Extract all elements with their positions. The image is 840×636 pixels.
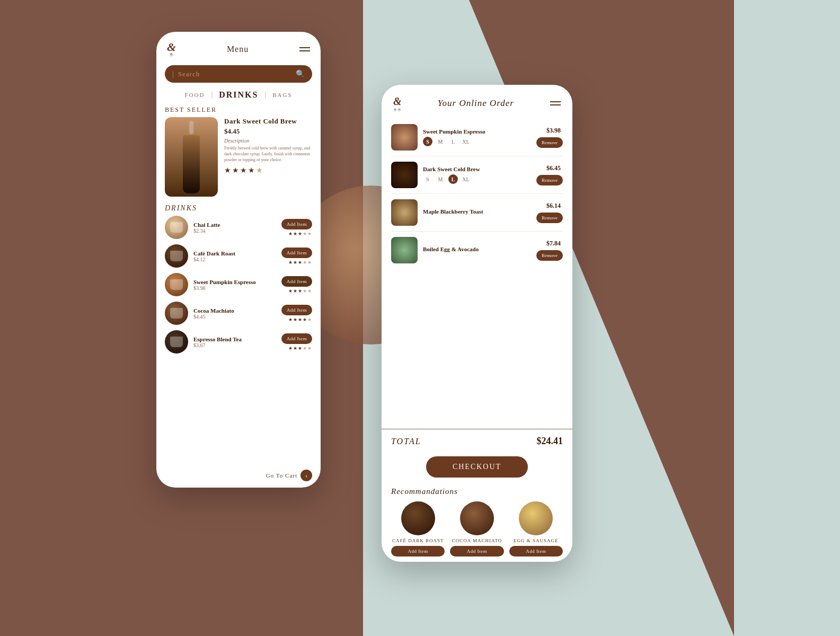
size-s-coldbrew[interactable]: S <box>423 174 432 184</box>
search-bar[interactable]: | 🔍 <box>165 65 312 83</box>
add-item-pumpkin[interactable]: Add Item <box>281 276 312 287</box>
hamburger-icon[interactable] <box>299 47 310 51</box>
list-item: Egg & Sausage Add Item <box>509 501 563 556</box>
order-item-right-avocado: $7.84 Remove <box>536 240 563 261</box>
order-title: Your Online Order <box>438 98 514 109</box>
order-thumb-coldbrew <box>391 162 418 188</box>
left-menu-title: Menu <box>227 45 249 54</box>
list-item: Maple Blackberry Toast $6.14 Remove <box>391 194 563 232</box>
drink-price-espresso: $3.67 <box>193 342 276 348</box>
order-details-pumpkin: Sweet Pumpkin Espresso S M L XL <box>423 128 531 146</box>
drink-price-darkroast: $4.12 <box>193 257 276 262</box>
remove-btn-coldbrew[interactable]: Remove <box>536 175 563 186</box>
drink-stars-espresso: ★★★★★ <box>288 346 312 351</box>
size-m-coldbrew[interactable]: M <box>436 174 445 184</box>
add-item-chai[interactable]: Add Item <box>281 219 312 229</box>
total-amount: $24.41 <box>537 436 563 447</box>
list-item: Espresso Blend Tea $3.67 Add Item ★★★★★ <box>165 330 312 354</box>
right-logo: & ☕☕ <box>393 95 402 111</box>
size-xl-coldbrew[interactable]: XL <box>461 174 471 184</box>
right-logo-sub: ☕☕ <box>393 108 401 111</box>
tab-drinks[interactable]: Drinks <box>213 90 264 100</box>
best-seller-label: Best Seller <box>156 104 321 117</box>
best-seller-desc-label: Description <box>224 138 312 144</box>
go-to-cart[interactable]: Go To Cart › <box>156 465 321 488</box>
order-price-toast: $6.14 <box>546 202 561 210</box>
rec-add-btn-cocoa[interactable]: Add Item <box>450 546 503 556</box>
add-item-espresso[interactable]: Add Item <box>281 333 312 344</box>
drink-actions-cocoa: Add Item ★★★★★ <box>281 305 312 322</box>
order-item-name-avocado: Boiled Egg & Avocado <box>423 246 531 252</box>
drink-thumb-cocoa <box>165 302 188 325</box>
recommendations-title: Recommandations <box>391 487 563 496</box>
drink-thumb-pumpkin <box>165 273 188 296</box>
add-item-cocoa[interactable]: Add Item <box>281 305 312 315</box>
order-item-name-toast: Maple Blackberry Toast <box>423 208 531 215</box>
order-details-avocado: Boiled Egg & Avocado <box>423 246 531 254</box>
list-item: Cocoa Machiato Add Item <box>450 501 503 556</box>
order-thumb-pumpkin <box>391 124 418 151</box>
drink-stars-chai: ★★★★★ <box>288 231 312 236</box>
remove-btn-avocado[interactable]: Remove <box>536 250 563 261</box>
best-seller-stars: ★★★★★ <box>224 166 312 175</box>
list-item: Boiled Egg & Avocado $7.84 Remove <box>391 232 563 269</box>
category-tabs: FOOD | Drinks | BAGS <box>156 88 321 104</box>
tab-bags[interactable]: BAGS <box>266 92 298 98</box>
rec-add-btn-darkroast[interactable]: Add Item <box>391 546 445 556</box>
drink-name-pumpkin: Sweet Pumpkin Espresso <box>193 279 276 285</box>
size-options-pumpkin: S M L XL <box>423 137 531 146</box>
drink-info-pumpkin: Sweet Pumpkin Espresso $3.98 <box>193 279 276 291</box>
list-item: Sweet Pumpkin Espresso S M L XL $3.98 Re… <box>391 119 563 156</box>
drink-price-pumpkin: $3.98 <box>193 285 276 291</box>
drink-actions-darkroast: Add Item ★★★★★ <box>281 248 312 265</box>
right-hamburger-icon[interactable] <box>550 101 561 105</box>
left-phone: & ☕ Menu | 🔍 FOOD | Drinks | BAGS Best S… <box>156 32 321 488</box>
recommendations-section: Recommandations Café Dark Roast Add Item… <box>382 484 572 562</box>
order-items-list: Sweet Pumpkin Espresso S M L XL $3.98 Re… <box>382 119 572 429</box>
tab-food[interactable]: FOOD <box>178 92 211 98</box>
left-logo-amp: & <box>167 41 176 53</box>
remove-btn-pumpkin[interactable]: Remove <box>536 137 563 148</box>
rec-thumb-cocoa <box>460 501 494 535</box>
rec-thumb-egg <box>519 501 553 535</box>
order-item-name-pumpkin: Sweet Pumpkin Espresso <box>423 128 531 135</box>
drink-info-cocoa: Cocoa Machiato $4.45 <box>193 307 276 320</box>
rec-add-btn-egg[interactable]: Add Item <box>509 546 563 556</box>
total-label: Total <box>391 437 421 446</box>
drink-name-chai: Chai Latte <box>193 222 276 228</box>
search-input[interactable] <box>178 70 296 78</box>
list-item: Sweet Pumpkin Espresso $3.98 Add Item ★★… <box>165 273 312 296</box>
drink-info-darkroast: Café Dark Roast $4.12 <box>193 250 276 262</box>
left-logo: & ☕ <box>167 41 176 57</box>
order-price-avocado: $7.84 <box>546 240 561 248</box>
drink-info-chai: Chai Latte $2.34 <box>193 222 276 234</box>
best-seller-card: Dark Sweet Cold Brew $4.45 Description F… <box>165 117 312 197</box>
size-l-coldbrew[interactable]: L <box>448 174 458 184</box>
remove-btn-toast[interactable]: Remove <box>536 213 563 223</box>
drink-price-chai: $2.34 <box>193 228 276 234</box>
size-s-pumpkin[interactable]: S <box>423 137 432 146</box>
drink-stars-pumpkin: ★★★★★ <box>288 288 312 294</box>
drink-actions-chai: Add Item ★★★★★ <box>281 219 312 236</box>
right-phone-header: & ☕☕ Your Online Order <box>382 85 572 119</box>
total-row: Total $24.41 <box>382 429 572 453</box>
list-item: Café Dark Roast Add Item <box>391 501 445 556</box>
drink-price-cocoa: $4.45 <box>193 314 276 320</box>
size-l-pumpkin[interactable]: L <box>448 137 458 146</box>
right-phone: & ☕☕ Your Online Order Sweet Pumpkin Esp… <box>382 85 572 562</box>
rec-thumb-darkroast <box>401 501 435 535</box>
hamburger-line-2 <box>299 50 310 51</box>
size-xl-pumpkin[interactable]: XL <box>461 137 471 146</box>
drink-thumb-darkroast <box>165 244 188 268</box>
checkout-button[interactable]: Checkout <box>426 456 528 478</box>
order-thumb-toast <box>391 199 418 226</box>
drink-stars-cocoa: ★★★★★ <box>288 317 312 322</box>
hamburger-line-1 <box>299 47 310 48</box>
best-seller-description: Freshly brewed cold brew with caramel sy… <box>224 145 312 163</box>
size-options-coldbrew: S M L XL <box>423 174 531 184</box>
add-item-darkroast[interactable]: Add Item <box>281 248 312 258</box>
left-logo-sub: ☕ <box>169 53 174 57</box>
best-seller-info: Dark Sweet Cold Brew $4.45 Description F… <box>224 117 312 175</box>
size-m-pumpkin[interactable]: M <box>436 137 445 146</box>
right-logo-amp: & <box>393 95 402 108</box>
